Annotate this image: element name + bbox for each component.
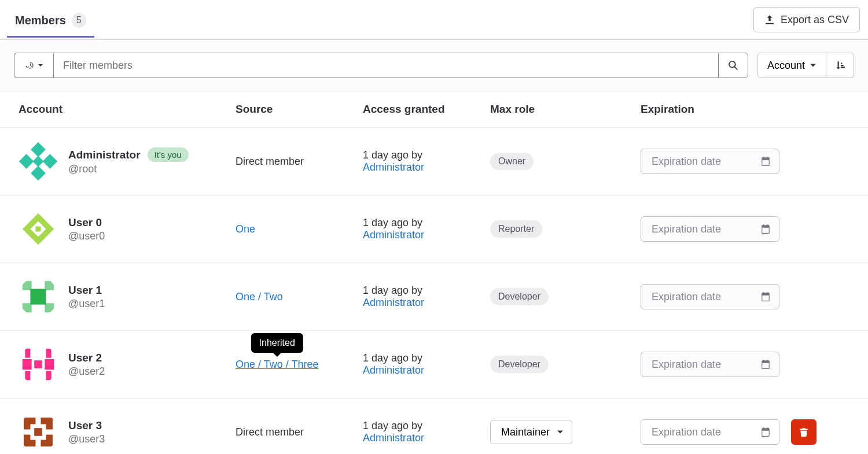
user-name[interactable]: User 1: [68, 284, 102, 297]
user-name[interactable]: User 2: [68, 352, 102, 364]
source-link[interactable]: One / Two: [236, 291, 283, 302]
col-source: Source: [229, 91, 356, 128]
table-row: User 1 @user1 One / Two 1 day ago by Adm…: [0, 263, 868, 331]
role-value: Maintainer: [501, 426, 550, 438]
calendar-icon: [760, 224, 771, 234]
export-label: Export as CSV: [781, 14, 849, 26]
svg-rect-17: [25, 349, 30, 358]
its-you-badge: It's you: [148, 147, 189, 162]
calendar-icon: [760, 156, 771, 167]
avatar[interactable]: [19, 277, 58, 316]
table-row: Administrator It's you @root Direct memb…: [0, 128, 868, 195]
expiration-placeholder: Expiration date: [652, 156, 721, 168]
role-badge: Developer: [490, 288, 549, 305]
role-badge: Reporter: [490, 220, 542, 238]
access-time: 1 day ago by: [363, 149, 476, 161]
access-granted-by-link[interactable]: Administrator: [363, 364, 424, 376]
col-expiration: Expiration: [634, 91, 868, 128]
upload-icon: [764, 14, 775, 25]
svg-rect-22: [45, 359, 54, 370]
svg-rect-14: [30, 289, 46, 304]
col-role: Max role: [483, 91, 634, 128]
expiration-placeholder: Expiration date: [652, 291, 721, 303]
user-name[interactable]: User 3: [68, 419, 102, 432]
sort-direction-button[interactable]: [826, 53, 854, 78]
avatar[interactable]: [19, 142, 58, 181]
tab-members[interactable]: Members 5: [7, 2, 94, 38]
user-name[interactable]: User 0: [68, 216, 102, 229]
avatar[interactable]: [19, 412, 58, 452]
access-time: 1 day ago by: [363, 217, 476, 229]
col-account: Account: [0, 91, 229, 128]
role-dropdown[interactable]: Maintainer: [490, 420, 572, 444]
export-csv-button[interactable]: Export as CSV: [753, 7, 860, 32]
expiration-placeholder: Expiration date: [652, 223, 721, 235]
search-button[interactable]: [718, 53, 748, 78]
access-time: 1 day ago by: [363, 285, 476, 297]
access-granted-by-link[interactable]: Administrator: [363, 161, 424, 173]
expiration-placeholder: Expiration date: [652, 426, 721, 438]
chevron-down-icon: [38, 62, 43, 68]
expiration-date-input: Expiration date: [641, 284, 779, 309]
filter-input[interactable]: [53, 53, 718, 78]
access-time: 1 day ago by: [363, 352, 476, 364]
expiration-date-input: Expiration date: [641, 216, 779, 242]
avatar[interactable]: [19, 345, 58, 384]
history-icon: [25, 60, 35, 71]
search-icon: [728, 60, 738, 71]
svg-rect-18: [46, 349, 52, 358]
calendar-icon: [760, 359, 771, 370]
svg-rect-11: [35, 226, 41, 231]
svg-rect-21: [23, 359, 32, 370]
source-text: Direct member: [236, 426, 304, 438]
avatar[interactable]: [19, 209, 58, 249]
user-handle: @user0: [68, 230, 105, 242]
user-handle: @user2: [68, 366, 105, 378]
user-handle: @user1: [68, 298, 105, 310]
role-badge: Developer: [490, 356, 549, 373]
svg-rect-23: [34, 360, 42, 368]
table-row: User 3 @user3 Direct member 1 day ago by…: [0, 398, 868, 455]
calendar-icon: [760, 427, 771, 437]
trash-icon: [799, 427, 809, 437]
svg-rect-20: [46, 371, 52, 380]
table-row: User 2 @user2 InheritedOne / Two / Three…: [0, 331, 868, 398]
tooltip-inherited: Inherited: [251, 333, 303, 353]
access-granted-by-link[interactable]: Administrator: [363, 229, 424, 241]
table-row: User 0 @user0 One 1 day ago by Administr…: [0, 195, 868, 263]
user-handle: @root: [68, 163, 189, 175]
sort-dropdown[interactable]: Account: [757, 53, 826, 78]
svg-rect-30: [34, 428, 42, 436]
user-handle: @user3: [68, 433, 105, 445]
role-badge: Owner: [490, 153, 534, 170]
sort-label: Account: [767, 60, 805, 72]
chevron-down-icon: [557, 429, 564, 435]
expiration-date-input: Expiration date: [641, 149, 779, 174]
access-granted-by-link[interactable]: Administrator: [363, 432, 424, 444]
source-text: Direct member: [236, 156, 304, 167]
sort-ascending-icon: [835, 60, 845, 71]
calendar-icon: [760, 291, 771, 302]
user-name[interactable]: Administrator: [68, 149, 141, 161]
expiration-placeholder: Expiration date: [652, 359, 721, 371]
delete-member-button[interactable]: [791, 419, 816, 445]
chevron-down-icon: [810, 62, 816, 69]
col-access: Access granted: [356, 91, 483, 128]
history-button[interactable]: [14, 53, 53, 78]
svg-rect-19: [25, 371, 30, 380]
expiration-date-input: Expiration date: [641, 352, 779, 377]
expiration-date-input[interactable]: Expiration date: [641, 419, 779, 445]
access-time: 1 day ago by: [363, 420, 476, 432]
members-table: Account Source Access granted Max role E…: [0, 91, 868, 454]
filter-bar: Account: [0, 40, 868, 91]
members-count-badge: 5: [72, 13, 86, 28]
source-link[interactable]: One: [236, 223, 255, 235]
access-granted-by-link[interactable]: Administrator: [363, 297, 424, 308]
tab-label: Members: [15, 14, 66, 27]
tab-bar: Members 5 Export as CSV: [0, 0, 868, 40]
